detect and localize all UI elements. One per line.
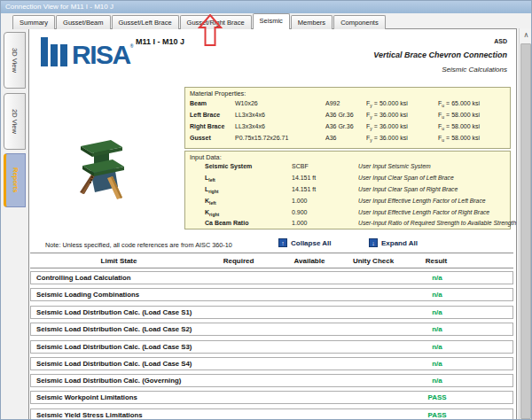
tab-seismic[interactable]: Seismic <box>253 13 290 29</box>
tab-gusset-beam[interactable]: Gusset/Beam <box>56 15 110 29</box>
input-description: User Input Effective Length Factor of Ri… <box>358 209 489 215</box>
result-row-workpoint-limitations[interactable]: Seismic Workpoint Limitations PASS <box>30 391 513 404</box>
side-tab-2d-view[interactable]: 2D View <box>4 93 26 150</box>
limit-state-label: Seismic Load Distribution Calc. (Governi… <box>36 375 181 387</box>
bolt-dot <box>91 176 93 178</box>
result-row-yield-stress-limitations[interactable]: Seismic Yield Stress Limitations PASS <box>30 408 513 420</box>
input-row: Seismic System SCBF User Input Seismic S… <box>185 163 510 174</box>
logo-bar <box>51 44 58 66</box>
header-available: Available <box>294 257 325 265</box>
material-row: Right Brace LL3x3x4x6 A36 Gr.36 Fy=36.00… <box>185 123 510 134</box>
result-value: n/a <box>432 289 442 301</box>
header-required: Required <box>223 257 254 265</box>
annotation-up-arrow-icon <box>198 14 223 46</box>
material-name: Left Brace <box>190 112 220 118</box>
tab-members[interactable]: Members <box>291 15 332 29</box>
input-description: User Input Clear Span of Left Brace <box>358 175 454 181</box>
input-row: Lleft 14.151 ft User Input Clear Span of… <box>185 175 510 185</box>
collapse-all-button[interactable]: ↑ Collapse All <box>278 238 332 247</box>
risa-logo: RISA® <box>41 37 132 66</box>
result-row-load-case-s1[interactable]: Seismic Load Distribution Calc. (Load Ca… <box>30 306 513 319</box>
input-value: 14.151 ft <box>292 175 316 181</box>
bolt-dot <box>90 182 91 183</box>
input-label: Kleft <box>205 198 216 206</box>
input-label: Lleft <box>205 175 215 183</box>
result-row-loading-combinations[interactable]: Seismic Loading Combinations n/a <box>30 288 513 301</box>
vertical-scrollbar[interactable]: ∧ <box>519 28 532 420</box>
material-fy: Fy=36.000 ksi <box>366 112 408 120</box>
side-tab-reports[interactable]: Reports <box>4 153 26 207</box>
limit-state-label: Seismic Load Distribution Calc. (Load Ca… <box>36 323 192 336</box>
connection-view-window: Connection View for M11 I - M10 J Summar… <box>0 0 532 420</box>
result-row-governing[interactable]: Seismic Load Distribution Calc. (Governi… <box>30 374 513 387</box>
result-row-controlling-load[interactable]: Controlling Load Calculation n/a <box>30 271 513 284</box>
header-unity-check: Unity Check <box>353 257 394 265</box>
material-fu: Fu=58.000 ksi <box>438 123 480 131</box>
input-row: Kleft 1.000 User Input Effective Length … <box>185 198 510 208</box>
result-value: n/a <box>432 323 442 336</box>
material-shape: P0.75x15.72x26.71 <box>235 135 288 141</box>
material-fu: Fu=58.000 ksi <box>438 112 480 120</box>
material-row: Gusset P0.75x15.72x26.71 A36 Fy=36.000 k… <box>185 135 510 145</box>
side-tab-strip: 3D View 2D View Reports <box>1 28 28 420</box>
scroll-up-icon[interactable]: ∧ <box>520 28 532 43</box>
limit-state-label: Seismic Load Distribution Calc. (Load Ca… <box>36 341 192 354</box>
limit-state-label: Seismic Loading Combinations <box>36 289 139 301</box>
material-row: Beam W10x26 A992 Fy=50.000 ksi Fu=65.000… <box>185 100 510 111</box>
bolt-dot <box>90 179 92 181</box>
input-value: SCBF <box>292 163 309 169</box>
limit-state-label: Seismic Yield Stress Limitations <box>36 409 143 420</box>
limit-state-label: Seismic Workpoint Limitations <box>36 392 137 404</box>
material-fu: Fu=58.000 ksi <box>438 135 480 143</box>
material-shape: LL3x3x4x6 <box>235 123 265 129</box>
window-title: Connection View for M11 I - M10 J <box>5 3 113 11</box>
tab-components[interactable]: Components <box>333 15 386 29</box>
result-row-load-case-s3[interactable]: Seismic Load Distribution Calc. (Load Ca… <box>30 340 513 354</box>
tab-summary[interactable]: Summary <box>12 15 55 29</box>
report-tab-bar: SummaryGusset/BeamGusset/Left BraceGusse… <box>1 13 532 28</box>
expand-all-icon: ↓ <box>369 238 378 247</box>
input-label: Seismic System <box>205 163 252 171</box>
material-fy: Fy=36.000 ksi <box>366 123 408 131</box>
input-row: Lright 14.151 ft User Input Clear Span o… <box>185 186 510 197</box>
input-description: User Input Effective Length Factor of Le… <box>358 198 486 204</box>
expand-all-button[interactable]: ↓ Expand All <box>369 238 418 247</box>
collapse-all-icon: ↑ <box>278 238 287 247</box>
input-description: User Input Seismic System <box>358 163 431 169</box>
result-value: PASS <box>427 392 446 404</box>
limit-state-label: Seismic Load Distribution Calc. (Load Ca… <box>36 307 192 319</box>
connection-type-label: Vertical Brace Chevron Connection <box>373 51 507 59</box>
result-value: n/a <box>432 272 442 284</box>
result-value: n/a <box>432 358 442 370</box>
window-titlebar[interactable]: Connection View for M11 I - M10 J <box>1 1 532 13</box>
material-row: Left Brace LL3x3x4x6 A36 Gr.36 Fy=36.000… <box>185 112 510 122</box>
header-limit-state: Limit State <box>101 257 137 265</box>
material-fu: Fu=65.000 ksi <box>438 100 480 108</box>
material-shape: W10x26 <box>235 100 258 106</box>
limit-state-label: Seismic Load Distribution Calc. (Load Ca… <box>36 358 192 370</box>
calculation-type-label: Seismic Calculations <box>442 66 507 74</box>
result-row-load-case-s2[interactable]: Seismic Load Distribution Calc. (Load Ca… <box>30 323 513 336</box>
result-value: n/a <box>432 307 442 319</box>
material-properties-box: Material Properties: Beam W10x26 A992 Fy… <box>184 87 511 149</box>
expand-all-label: Expand All <box>381 239 418 247</box>
input-label: Kright <box>205 209 219 217</box>
tab-gusset-left-brace[interactable]: Gusset/Left Brace <box>112 15 179 29</box>
scrollbar-thumb[interactable] <box>520 43 531 419</box>
header-result: Result <box>426 257 447 265</box>
material-grade: A992 <box>325 100 340 106</box>
logo-wordmark: RISA® <box>72 44 132 66</box>
material-fy: Fy=36.000 ksi <box>366 135 408 143</box>
input-row: Kright 0.900 User Input Effective Length… <box>185 209 510 220</box>
side-tab-3d-view[interactable]: 3D View <box>4 32 26 89</box>
material-fy: Fy=50.000 ksi <box>366 100 408 108</box>
results-table-header: Limit State Required Available Unity Che… <box>30 253 513 268</box>
input-value: 1.000 <box>292 220 308 226</box>
material-grade: A36 Gr.36 <box>325 123 354 129</box>
limit-state-label: Controlling Load Calculation <box>36 272 131 284</box>
design-method-label: ASD <box>494 38 507 44</box>
material-properties-title: Material Properties: <box>190 89 246 97</box>
collapse-all-label: Collapse All <box>291 239 332 247</box>
code-reference-note: Note: Unless specified, all code referen… <box>45 241 232 249</box>
result-row-load-case-s4[interactable]: Seismic Load Distribution Calc. (Load Ca… <box>30 357 513 370</box>
